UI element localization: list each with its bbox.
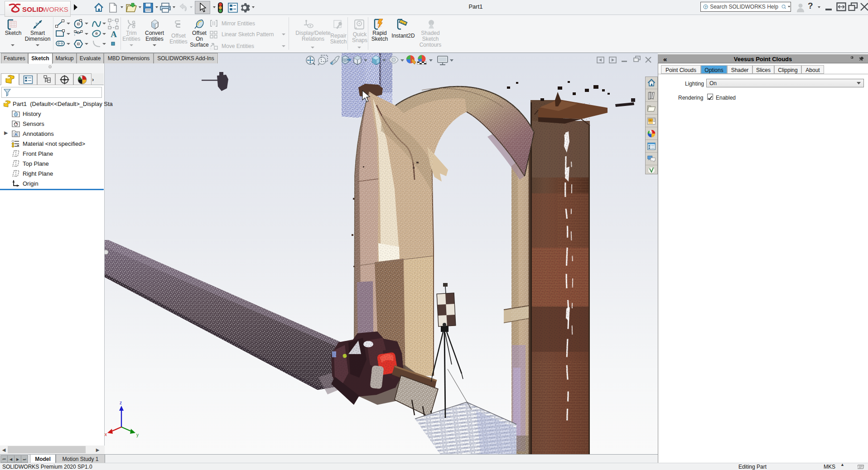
svg-text:A: A: [14, 132, 17, 137]
svg-text:x: x: [105, 432, 107, 437]
svg-text:?: ?: [704, 5, 706, 9]
svg-text:z: z: [120, 400, 122, 405]
svg-text:A: A: [111, 29, 117, 38]
svg-text:y: y: [136, 432, 139, 437]
